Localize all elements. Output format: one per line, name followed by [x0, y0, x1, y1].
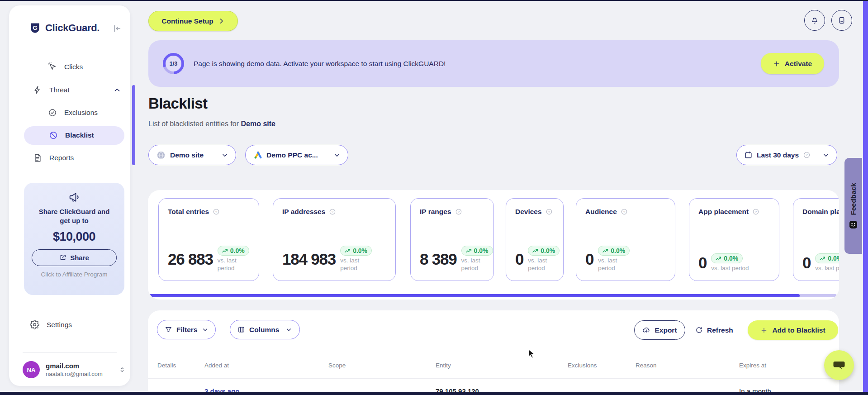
window-bottom-bar — [0, 392, 868, 395]
feedback-label: Feedback — [849, 183, 858, 215]
stat-delta: 0.0% — [474, 247, 489, 254]
cloud-download-icon — [642, 326, 650, 334]
page-scrollbar[interactable] — [863, 1, 868, 392]
trend-up-icon — [820, 256, 825, 262]
help-icon[interactable]: ? — [752, 208, 759, 215]
sidebar-item-label: Blacklist — [65, 131, 94, 139]
divider — [23, 352, 117, 353]
globe-icon — [156, 150, 166, 160]
help-icon[interactable]: ? — [455, 208, 462, 215]
trend-up-icon — [532, 248, 538, 254]
gear-icon — [30, 320, 39, 329]
sidebar-item-blacklist[interactable]: Blacklist — [24, 126, 124, 145]
chevron-down-icon — [285, 326, 292, 333]
continue-setup-label: Continue Setup — [161, 17, 213, 25]
add-to-blacklist-label: Add to Blacklist — [772, 326, 825, 334]
date-range-selector[interactable]: Last 30 days ? — [736, 145, 837, 165]
stat-value: 0 — [585, 250, 593, 268]
promo-amount: $10,000 — [24, 230, 124, 244]
stat-card-ip-addresses: IP addresses? 184 983 0.0% vs. last peri… — [273, 198, 396, 281]
chevron-up-icon[interactable] — [113, 86, 121, 94]
trend-up-icon — [466, 248, 472, 254]
export-label: Export — [655, 326, 677, 334]
help-icon[interactable]: ? — [621, 208, 628, 215]
account-switcher[interactable]: NA gmail.com naatali.ro@gmail.com — [23, 361, 126, 378]
col-header-entity: Entity — [436, 362, 451, 369]
docs-button[interactable] — [831, 10, 852, 31]
promo-caption[interactable]: Click to Affiliate Program — [24, 271, 124, 278]
stat-value: 26 883 — [168, 250, 213, 268]
stat-value: 184 983 — [282, 250, 336, 268]
stat-note: vs. last period — [461, 257, 489, 272]
stat-delta: 0.0% — [541, 247, 555, 254]
sidebar-item-clicks[interactable]: Clicks — [48, 62, 83, 71]
chat-widget-button[interactable] — [824, 350, 854, 380]
chevron-down-icon — [221, 152, 228, 159]
clicks-cursor-icon — [48, 62, 57, 71]
stat-label: Devices — [515, 208, 542, 216]
bell-icon — [810, 16, 819, 25]
sidebar-item-label: Threat — [49, 86, 70, 94]
stat-label: IP addresses — [282, 208, 325, 216]
help-icon[interactable]: ? — [213, 208, 220, 215]
stat-delta: 0.0% — [353, 247, 367, 254]
plus-icon — [760, 327, 768, 334]
continue-setup-button[interactable]: Continue Setup — [148, 11, 238, 31]
sidebar-item-settings[interactable]: Settings — [30, 320, 72, 329]
filters-label: Filters — [176, 326, 198, 334]
svg-text:?: ? — [755, 210, 757, 214]
help-icon[interactable]: ? — [329, 208, 336, 215]
reports-document-icon — [33, 153, 42, 162]
col-header-scope: Scope — [328, 362, 346, 369]
export-button[interactable]: Export — [634, 320, 685, 340]
sidebar-item-label: Reports — [49, 154, 74, 162]
sidebar-scrollbar-thumb[interactable] — [132, 85, 135, 165]
filters-button[interactable]: Filters — [157, 320, 216, 339]
chevron-right-icon — [218, 18, 225, 24]
sidebar-item-exclusions[interactable]: Exclusions — [48, 108, 98, 117]
notifications-button[interactable] — [804, 10, 825, 31]
site-selector[interactable]: Demo site — [148, 145, 236, 165]
sidebar-item-label: Clicks — [64, 63, 83, 71]
stats-section: Total entries? 26 883 0.0% vs. last peri… — [148, 190, 839, 300]
stat-delta: 0.0% — [611, 247, 625, 254]
filter-funnel-icon — [165, 326, 172, 333]
columns-label: Columns — [249, 326, 279, 334]
stats-horizontal-scrollbar[interactable] — [149, 294, 837, 297]
sidebar-item-threat[interactable]: Threat — [33, 86, 70, 95]
ppc-account-selector[interactable]: Demo PPC ac... — [245, 145, 348, 165]
trend-up-icon — [345, 248, 351, 254]
stat-value: 0 — [802, 254, 811, 272]
ppc-selector-label: Demo PPC ac... — [266, 151, 318, 159]
site-selector-label: Demo site — [170, 151, 204, 159]
stat-card-domain-placement: Domain placement? 0 0.0% vs. last period — [793, 198, 839, 281]
activate-button[interactable]: Activate — [761, 53, 824, 74]
threat-lightning-icon — [33, 86, 42, 95]
page-title: Blacklist — [148, 95, 207, 112]
stat-delta: 0.0% — [724, 255, 738, 262]
help-icon[interactable]: ? — [803, 151, 811, 159]
logo[interactable]: G ClickGuard. — [29, 22, 100, 34]
col-header-expires-at: Expires at — [739, 362, 766, 369]
sidebar-item-label: Settings — [47, 321, 72, 329]
stat-note: vs. last period — [340, 257, 368, 272]
columns-icon — [237, 326, 245, 333]
scrollbar-thumb[interactable] — [149, 294, 800, 297]
collapse-sidebar-icon[interactable] — [112, 24, 122, 33]
columns-button[interactable]: Columns — [230, 320, 300, 339]
stat-delta: 0.0% — [828, 255, 839, 262]
setup-progress-ring: 1/3 — [163, 53, 184, 74]
stat-note: vs. last period — [528, 257, 556, 272]
chat-bubble-icon — [832, 358, 846, 372]
col-header-details: Details — [157, 362, 176, 369]
add-to-blacklist-button[interactable]: Add to Blacklist — [748, 320, 838, 340]
col-header-exclusions: Exclusions — [568, 362, 597, 369]
help-icon[interactable]: ? — [545, 208, 553, 215]
stat-delta: 0.0% — [230, 247, 245, 254]
share-label: Share — [70, 254, 89, 262]
trend-up-icon — [602, 248, 608, 254]
sidebar-item-reports[interactable]: Reports — [33, 153, 74, 162]
feedback-tab[interactable]: Feedback — [844, 158, 862, 254]
refresh-button[interactable]: Refresh — [695, 320, 733, 340]
share-button[interactable]: Share — [32, 249, 117, 266]
